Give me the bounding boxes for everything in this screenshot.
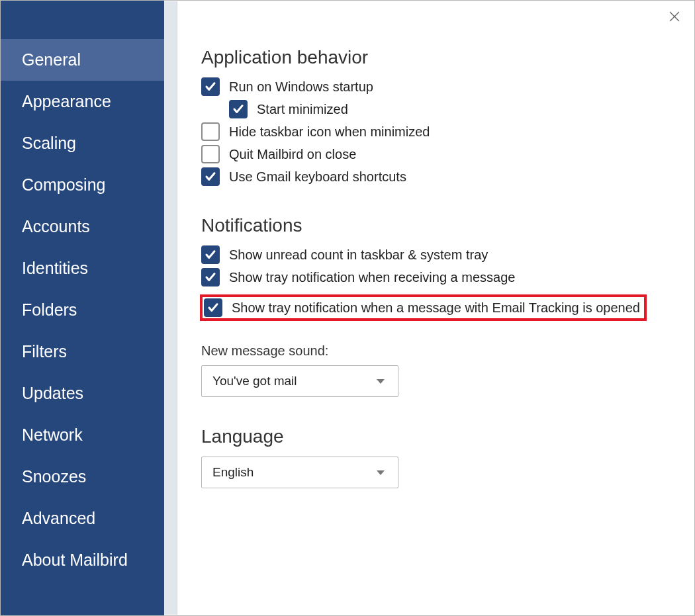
sidebar-item-label: Appearance — [22, 92, 111, 111]
sidebar-item-label: Advanced — [22, 509, 95, 528]
section-language: Language English — [201, 426, 668, 488]
settings-sidebar: General Appearance Scaling Composing Acc… — [1, 1, 164, 615]
checkbox-run-on-startup[interactable] — [201, 77, 220, 96]
option-gmail-shortcuts: Use Gmail keyboard shortcuts — [201, 167, 668, 186]
sidebar-item-accounts[interactable]: Accounts — [1, 206, 164, 247]
new-message-sound-select[interactable]: You've got mail — [201, 365, 398, 397]
section-application-behavior: Application behavior Run on Windows star… — [201, 47, 668, 186]
language-select[interactable]: English — [201, 457, 398, 488]
sidebar-item-appearance[interactable]: Appearance — [1, 81, 164, 122]
sidebar-item-label: Network — [22, 425, 83, 445]
sidebar-item-label: Composing — [22, 175, 105, 195]
section-title: Language — [201, 426, 668, 447]
option-start-minimized: Start minimized — [229, 100, 668, 118]
option-label: Hide taskbar icon when minimized — [229, 124, 430, 140]
sidebar-item-folders[interactable]: Folders — [1, 289, 164, 331]
chevron-down-icon — [377, 379, 385, 384]
close-button[interactable] — [665, 9, 684, 27]
option-quit-on-close: Quit Mailbird on close — [201, 145, 668, 163]
sidebar-item-scaling[interactable]: Scaling — [1, 122, 164, 164]
sidebar-item-label: Filters — [22, 342, 67, 361]
checkbox-unread-count[interactable] — [201, 245, 220, 264]
chevron-down-icon — [377, 470, 385, 475]
sidebar-item-filters[interactable]: Filters — [1, 331, 164, 373]
option-label: Run on Windows startup — [229, 79, 373, 95]
close-icon — [669, 11, 680, 24]
sidebar-item-updates[interactable]: Updates — [1, 373, 164, 414]
select-value: You've got mail — [212, 374, 297, 388]
sidebar-item-label: Accounts — [22, 217, 90, 236]
checkbox-tray-on-tracking-open[interactable] — [204, 298, 222, 317]
option-label: Show unread count in taskbar & system tr… — [229, 247, 488, 263]
option-hide-taskbar-icon: Hide taskbar icon when minimized — [201, 122, 668, 141]
option-label: Use Gmail keyboard shortcuts — [229, 169, 406, 185]
sidebar-item-label: Identities — [22, 259, 88, 278]
sidebar-item-label: Scaling — [22, 134, 76, 153]
sidebar-item-label: Snoozes — [22, 467, 86, 486]
sidebar-item-general[interactable]: General — [1, 39, 164, 81]
settings-window: General Appearance Scaling Composing Acc… — [0, 0, 695, 616]
sidebar-item-about[interactable]: About Mailbird — [1, 539, 164, 581]
option-label: Start minimized — [257, 102, 348, 117]
option-tray-on-receive: Show tray notification when receiving a … — [201, 268, 668, 286]
sidebar-item-label: Updates — [22, 384, 83, 403]
sidebar-item-label: Folders — [22, 300, 77, 320]
checkbox-start-minimized[interactable] — [229, 100, 248, 118]
option-tray-on-tracking-open: Show tray notification when a message wi… — [200, 294, 647, 321]
option-run-on-startup: Run on Windows startup — [201, 77, 668, 96]
new-message-sound-label: New message sound: — [201, 343, 668, 359]
option-unread-count: Show unread count in taskbar & system tr… — [201, 245, 668, 264]
section-title: Notifications — [201, 215, 668, 236]
sidebar-item-identities[interactable]: Identities — [1, 247, 164, 289]
select-value: English — [212, 465, 254, 480]
sidebar-item-label: About Mailbird — [22, 550, 128, 570]
section-notifications: Notifications Show unread count in taskb… — [201, 215, 668, 397]
checkbox-quit-on-close[interactable] — [201, 145, 220, 163]
option-label: Show tray notification when a message wi… — [232, 300, 640, 316]
sidebar-item-composing[interactable]: Composing — [1, 164, 164, 206]
option-label: Show tray notification when receiving a … — [229, 270, 515, 285]
sidebar-item-advanced[interactable]: Advanced — [1, 498, 164, 539]
option-label: Quit Mailbird on close — [229, 147, 356, 162]
section-title: Application behavior — [201, 47, 668, 68]
settings-content: Application behavior Run on Windows star… — [177, 1, 694, 615]
checkbox-hide-taskbar-icon[interactable] — [201, 122, 220, 141]
sidebar-divider — [164, 1, 177, 615]
checkbox-gmail-shortcuts[interactable] — [201, 167, 220, 186]
sidebar-item-network[interactable]: Network — [1, 414, 164, 456]
checkbox-tray-on-receive[interactable] — [201, 268, 220, 286]
sidebar-item-label: General — [22, 50, 81, 69]
sidebar-item-snoozes[interactable]: Snoozes — [1, 456, 164, 498]
